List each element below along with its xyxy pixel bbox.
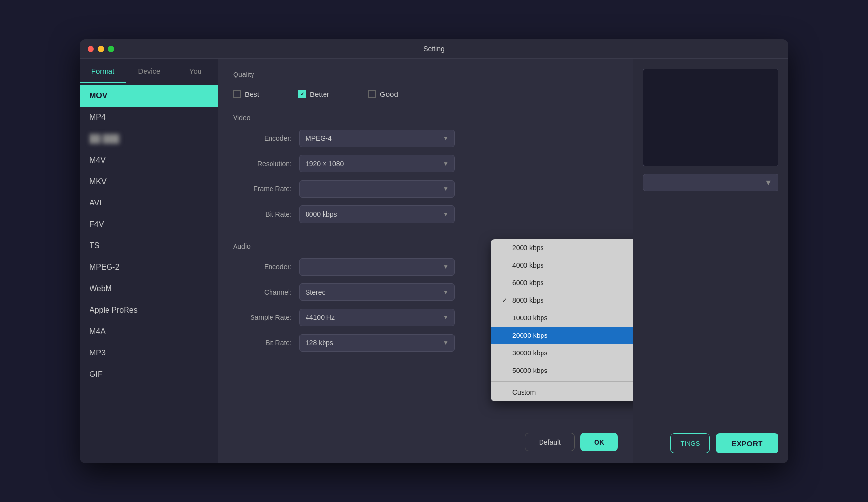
format-item-blurred[interactable]: ██ ███ [80,128,218,149]
main-content: Quality Best Better Good [218,59,633,463]
quality-options: Best Better Good [233,86,618,102]
bitrate-option-custom[interactable]: Custom [491,384,633,401]
ok-button[interactable]: OK [580,433,618,451]
resolution-dropdown[interactable]: 1920 × 1080 ▼ [299,155,455,172]
format-item-mp3[interactable]: MP3 [80,342,218,364]
quality-good[interactable]: Good [368,90,398,98]
framerate-row: Frame Rate: ▼ [233,180,618,198]
framerate-dropdown[interactable]: ▼ [299,180,455,198]
bitrate-option-30000[interactable]: 30000 kbps [491,344,633,362]
audio-encoder-chevron-icon: ▼ [443,263,449,270]
sample-rate-dropdown[interactable]: 44100 Hz ▼ [299,309,455,326]
format-item-apple-prores[interactable]: Apple ProRes [80,299,218,321]
channel-dropdown[interactable]: Stereo ▼ [299,283,455,301]
quality-section: Quality Best Better Good [233,71,618,102]
channel-value: Stereo [306,288,326,296]
quality-better-checkbox[interactable] [298,90,306,98]
dropdown-divider [491,381,633,382]
quality-title: Quality [233,71,618,78]
video-bitrate-dropdown[interactable]: 8000 kbps ▼ [299,205,455,223]
quality-good-label: Good [380,90,398,98]
window-title: Setting [423,45,445,53]
encoder-chevron-icon: ▼ [443,135,449,142]
quality-better[interactable]: Better [298,90,329,98]
channel-label: Channel: [233,288,291,296]
framerate-chevron-icon: ▼ [443,186,449,192]
tab-device[interactable]: Device [126,59,172,83]
default-button[interactable]: Default [525,433,575,451]
encoder-label: Encoder: [233,134,291,142]
resolution-label: Resolution: [233,160,291,167]
format-list: MOV MP4 ██ ███ M4V MKV AVI F4V [80,83,218,463]
bitrate-dropdown: 2000 kbps 4000 kbps 6000 kbps ✓ 8000 kbp… [491,239,633,401]
bitrate-option-10000[interactable]: 10000 kbps [491,309,633,327]
video-title: Video [233,114,618,122]
maximize-button[interactable] [108,46,114,52]
format-item-mkv[interactable]: MKV [80,171,218,192]
video-bitrate-value: 8000 kbps [306,210,337,218]
sidebar: Format Device You MOV MP4 ██ ███ [80,59,218,463]
settings-button[interactable]: TINGS [670,433,710,453]
format-item-m4v[interactable]: M4V [80,149,218,171]
quality-best-checkbox[interactable] [233,90,241,98]
format-item-f4v[interactable]: F4V [80,214,218,235]
encoder-dropdown[interactable]: MPEG-4 ▼ [299,130,455,147]
bitrate-option-2000[interactable]: 2000 kbps [491,239,633,257]
audio-bitrate-label: Bit Rate: [233,339,291,347]
video-section: Video Encoder: MPEG-4 ▼ Resolution: 1920… [233,114,618,231]
bitrate-option-8000[interactable]: ✓ 8000 kbps [491,292,633,309]
right-panel: ▼ TINGS EXPORT [633,59,788,463]
format-item-mov[interactable]: MOV [80,85,218,107]
sidebar-tabs: Format Device You [80,59,218,83]
sample-rate-label: Sample Rate: [233,314,291,321]
format-item-avi[interactable]: AVI [80,192,218,214]
bitrate-option-6000[interactable]: 6000 kbps [491,274,633,292]
framerate-label: Frame Rate: [233,185,291,193]
video-bitrate-row: Bit Rate: 8000 kbps ▼ [233,205,618,223]
video-bitrate-chevron-icon: ▼ [443,211,449,218]
channel-chevron-icon: ▼ [443,289,449,296]
audio-bitrate-dropdown[interactable]: 128 kbps ▼ [299,334,455,352]
close-button[interactable] [88,46,94,52]
format-item-webm[interactable]: WebM [80,278,218,299]
audio-encoder-label: Encoder: [233,263,291,271]
audio-bitrate-chevron-icon: ▼ [443,339,449,346]
sample-rate-value: 44100 Hz [306,314,335,321]
quality-better-label: Better [310,90,329,98]
right-panel-settings-dropdown[interactable]: ▼ [643,174,778,191]
tab-you[interactable]: You [172,59,218,83]
audio-bitrate-value: 128 kbps [306,339,333,347]
quality-best-label: Best [245,90,259,98]
format-item-mpeg2[interactable]: MPEG-2 [80,257,218,278]
video-bitrate-label: Bit Rate: [233,210,291,218]
encoder-row: Encoder: MPEG-4 ▼ [233,130,618,147]
traffic-lights [88,46,114,52]
minimize-button[interactable] [98,46,104,52]
format-item-gif[interactable]: GIF [80,364,218,385]
bitrate-option-20000[interactable]: 20000 kbps [491,327,633,344]
encoder-value: MPEG-4 [306,134,332,142]
resolution-row: Resolution: 1920 × 1080 ▼ [233,155,618,172]
format-item-ts[interactable]: TS [80,235,218,257]
quality-best[interactable]: Best [233,90,259,98]
tab-format[interactable]: Format [80,59,126,83]
right-panel-preview [643,69,778,166]
resolution-value: 1920 × 1080 [306,160,344,167]
export-button[interactable]: EXPORT [716,433,778,453]
sample-rate-chevron-icon: ▼ [443,314,449,321]
title-bar: Setting [80,39,788,59]
app-window: Setting Format Device You MOV [80,39,788,463]
bitrate-option-50000[interactable]: 50000 kbps [491,362,633,379]
format-item-mp4[interactable]: MP4 [80,107,218,128]
chevron-down-icon: ▼ [764,178,772,187]
audio-encoder-dropdown[interactable]: ▼ [299,258,455,276]
format-item-m4a[interactable]: M4A [80,321,218,342]
bottom-buttons: Default OK [233,425,618,451]
bitrate-option-4000[interactable]: 4000 kbps [491,257,633,274]
resolution-chevron-icon: ▼ [443,160,449,167]
quality-good-checkbox[interactable] [368,90,376,98]
app-body: Format Device You MOV MP4 ██ ███ [80,59,788,463]
